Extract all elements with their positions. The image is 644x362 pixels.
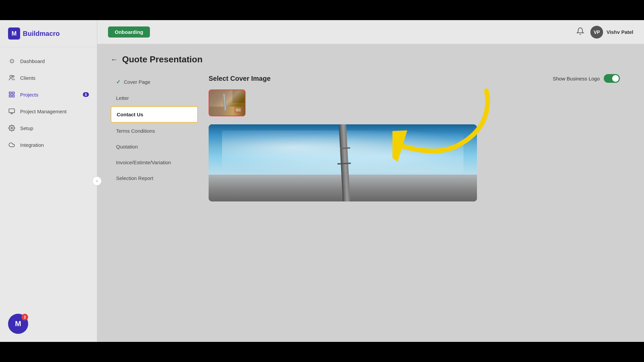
bottom-logo-button[interactable]: M 2 <box>8 314 28 334</box>
svg-rect-6 <box>9 109 15 113</box>
bottom-logo-letter: M <box>15 319 21 328</box>
page-title: Quote Presentation <box>122 54 203 65</box>
app-header: Onboarding VP Vishv Patel <box>97 20 644 44</box>
sidebar-item-label: Project Management <box>20 109 66 114</box>
menu-item-label: Cover Page <box>124 79 150 85</box>
sidebar-item-project-management[interactable]: Project Management <box>0 103 97 120</box>
menu-item-label: Contact Us <box>117 112 143 117</box>
business-logo-label: Show Business Logo <box>553 76 600 81</box>
page-content: ← Quote Presentation ✓ Cover Page Letter <box>97 44 644 342</box>
sidebar-item-projects[interactable]: Projects 6 <box>0 86 97 103</box>
app-name: Buildmacro <box>23 30 60 38</box>
sidebar-collapse-button[interactable]: ‹ <box>92 176 102 186</box>
section-title: Select Cover Image <box>209 75 271 82</box>
content-layout: ✓ Cover Page Letter Contact Us Terms Con… <box>111 74 631 201</box>
menu-item-label: Invoice/Estimte/Variation <box>116 160 171 165</box>
sidebar-item-label: Dashboard <box>20 58 45 64</box>
sidebar-item-label: Clients <box>20 75 36 81</box>
check-icon: ✓ <box>116 79 120 85</box>
collapse-icon: ‹ <box>96 179 98 183</box>
left-menu: ✓ Cover Page Letter Contact Us Terms Con… <box>111 74 198 201</box>
sidebar-item-clients[interactable]: Clients <box>0 69 97 86</box>
onboarding-button[interactable]: Onboarding <box>108 26 150 38</box>
back-button[interactable]: ← <box>111 55 118 64</box>
logo-icon: M <box>8 27 20 40</box>
menu-item-selection-report[interactable]: Selection Report <box>111 171 198 186</box>
svg-rect-5 <box>12 95 14 97</box>
menu-item-label: Terms Conditions <box>116 128 155 134</box>
svg-rect-4 <box>9 95 11 97</box>
sidebar-item-label: Projects <box>20 92 38 98</box>
sidebar: M Buildmacro ⊙ Dashboard Clients <box>0 20 97 342</box>
sidebar-item-setup[interactable]: Setup <box>0 120 97 136</box>
svg-rect-3 <box>12 92 14 94</box>
projects-badge: 6 <box>83 92 89 97</box>
header-right: VP Vishv Patel <box>576 26 633 39</box>
svg-point-9 <box>11 127 13 129</box>
integration-icon <box>8 141 15 148</box>
header-left: Onboarding <box>108 26 150 38</box>
user-avatar: VP <box>590 26 603 39</box>
menu-item-label: Quotation <box>116 144 138 149</box>
thumbnail-grid <box>209 89 620 116</box>
svg-rect-2 <box>9 92 11 94</box>
sidebar-logo: M Buildmacro <box>0 20 97 47</box>
bottom-badge: 2 <box>21 314 28 320</box>
menu-item-cover-page[interactable]: ✓ Cover Page <box>111 74 198 90</box>
right-panel: Select Cover Image Show Business Logo <box>198 74 631 201</box>
clients-icon <box>8 74 15 81</box>
user-info[interactable]: VP Vishv Patel <box>590 26 633 39</box>
sidebar-item-label: Setup <box>20 125 33 131</box>
menu-item-label: Letter <box>116 95 129 101</box>
sidebar-item-label: Integration <box>20 142 44 148</box>
business-logo-toggle[interactable] <box>604 74 620 83</box>
large-preview-image[interactable] <box>209 124 477 201</box>
menu-item-terms-conditions[interactable]: Terms Conditions <box>111 123 198 138</box>
page-header: ← Quote Presentation <box>111 54 631 65</box>
menu-item-invoice[interactable]: Invoice/Estimte/Variation <box>111 155 198 170</box>
notification-icon[interactable] <box>576 27 584 37</box>
sidebar-item-integration[interactable]: Integration <box>0 136 97 153</box>
project-management-icon <box>8 108 15 115</box>
menu-item-contact-us[interactable]: Contact Us <box>111 106 198 123</box>
svg-point-0 <box>10 75 12 78</box>
toggle-container: Show Business Logo <box>553 74 620 83</box>
menu-item-letter[interactable]: Letter <box>111 90 198 106</box>
projects-icon <box>8 91 15 98</box>
dashboard-icon: ⊙ <box>8 57 15 65</box>
svg-point-1 <box>12 75 14 77</box>
main-content: Onboarding VP Vishv Patel ← Quote Presen… <box>97 20 644 342</box>
sidebar-item-dashboard[interactable]: ⊙ Dashboard <box>0 53 97 69</box>
sidebar-bottom: M 2 <box>0 306 97 342</box>
menu-item-label: Selection Report <box>116 175 153 181</box>
user-name: Vishv Patel <box>606 29 633 35</box>
menu-item-quotation[interactable]: Quotation <box>111 139 198 154</box>
sidebar-nav: ⊙ Dashboard Clients Projects 6 <box>0 47 97 306</box>
section-header: Select Cover Image Show Business Logo <box>209 74 620 83</box>
setup-icon <box>8 124 15 132</box>
thumbnail-1[interactable] <box>209 89 246 116</box>
